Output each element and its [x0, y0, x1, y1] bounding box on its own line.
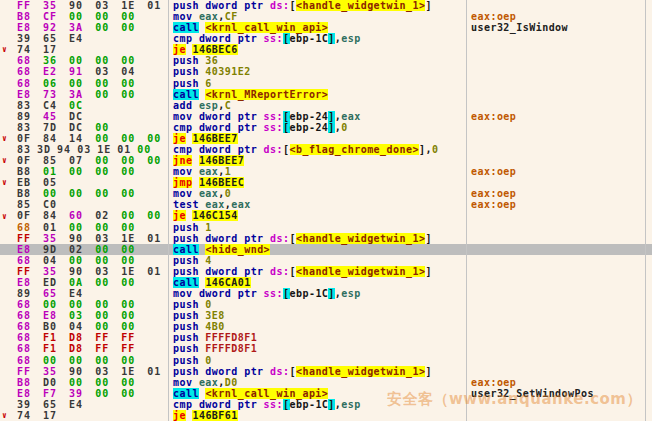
comment-cell: eax:oep [466, 166, 652, 177]
bytes-cell: 68E8030000 [17, 310, 168, 321]
disasm-row[interactable]: ∨EB05jmp 146BEEC [0, 177, 652, 188]
instruction-cell: jne 146BEE7 [168, 155, 466, 166]
disasm-row[interactable]: E8923A0000call <krnl_call_win_api>user32… [0, 22, 652, 33]
bytes-cell: 6836000000 [17, 55, 168, 66]
disasm-row[interactable]: FF3590031E01push dword ptr ds:[<handle_w… [0, 366, 652, 377]
bytes-cell: 83C40C [17, 100, 168, 111]
bytes-cell: 68B0040000 [17, 321, 168, 332]
disasm-row[interactable]: 83C40Cadd esp,C [0, 100, 652, 111]
disassembly-view[interactable]: FF3590031E01push dword ptr ds:[<handle_w… [0, 0, 652, 421]
jump-down-icon: ∨ [0, 177, 17, 188]
disasm-row[interactable]: ∨0F8414000000je 146BEE7 [0, 133, 652, 144]
jump-down-icon: ∨ [0, 44, 17, 55]
jump-down-icon: ∨ [0, 410, 17, 421]
bytes-cell: 6800000000 [17, 355, 168, 366]
jump-down-icon: ∨ [0, 155, 17, 166]
bytes-cell: E8ED0A0000 [17, 277, 168, 288]
disasm-row[interactable]: 68B0040000push 4B0 [0, 321, 652, 332]
instruction-cell: test eax,eax [168, 199, 466, 210]
instruction-cell: call <krnl_MReportError> [168, 89, 466, 100]
instruction-cell: jmp 146BEEC [168, 177, 466, 188]
disasm-row[interactable]: E8ED0A0000call 146CA01 [0, 277, 652, 288]
instruction-cell: je 146BEC6 [168, 44, 466, 55]
instruction-cell: cmp dword ptr ss:[ebp-1C],esp [168, 33, 466, 44]
bytes-disasm-separator[interactable] [168, 0, 169, 421]
disasm-row[interactable]: E8733A0000call <krnl_MReportError> [0, 89, 652, 100]
instruction-cell: push 4 [168, 255, 466, 266]
disasm-row[interactable]: ∨0F8507000000jne 146BEE7 [0, 155, 652, 166]
instruction-cell: push 0 [168, 355, 466, 366]
instruction-cell: push 1 [168, 222, 466, 233]
comment-right-separator[interactable] [645, 0, 646, 421]
instruction-cell: push FFFFD8F1 [168, 332, 466, 343]
instruction-cell: je 146BEE7 [168, 133, 466, 144]
jump-down-icon: ∨ [0, 133, 17, 144]
bytes-cell: EB05 [17, 177, 168, 188]
instruction-cell: cmp dword ptr ds:[<b_flag_chrome_done>],… [168, 144, 466, 155]
bytes-cell: B800000000 [17, 188, 168, 199]
instruction-cell: cmp dword ptr ss:[ebp-24],0 [168, 122, 466, 133]
disasm-row[interactable]: 8945DCmov dword ptr ss:[ebp-24],eaxeax:o… [0, 111, 652, 122]
disasm-row[interactable]: 6800000000push 0 [0, 355, 652, 366]
bytes-cell: FF3590031E01 [17, 0, 168, 11]
disasm-row[interactable]: FF3590031E01push dword ptr ds:[<handle_w… [0, 0, 652, 11]
disasm-row[interactable]: 837DDC00cmp dword ptr ss:[ebp-24],0 [0, 122, 652, 133]
disasm-row[interactable]: 8965E4mov dword ptr ss:[ebp-1C],esp [0, 288, 652, 299]
disasm-row-selected[interactable]: E89D020000call <hide_wnd> [0, 244, 652, 255]
bytes-cell: FF3590031E01 [17, 233, 168, 244]
disasm-row[interactable]: ∨0F8460020000je 146C154 [0, 210, 652, 221]
instruction-cell: push dword ptr ds:[<handle_widgetwin_1>] [168, 0, 466, 11]
bytes-cell: 3965E4 [17, 399, 168, 410]
disasm-row[interactable]: 85C0test eax,eaxeax:oep [0, 199, 652, 210]
instruction-cell: push 0 [168, 299, 466, 310]
bytes-cell: 0F8460020000 [17, 210, 168, 221]
bytes-cell: 837DDC00 [17, 122, 168, 133]
disasm-row[interactable]: 6800000000push 0 [0, 299, 652, 310]
instruction-cell: mov eax,CF [168, 11, 466, 22]
bytes-cell: 8945DC [17, 111, 168, 122]
instruction-cell: mov dword ptr ss:[ebp-24],eax [168, 111, 466, 122]
instruction-cell: push 36 [168, 55, 466, 66]
comment-cell: user32_IsWindow [466, 22, 652, 33]
disasm-row[interactable]: 68E8030000push 3E8 [0, 310, 652, 321]
instruction-cell: call <krnl_call_win_api> [168, 22, 466, 33]
instruction-cell: mov eax,D0 [168, 377, 466, 388]
bytes-cell: E8923A0000 [17, 22, 168, 33]
disasm-row[interactable]: B8D0000000mov eax,D0eax:oep [0, 377, 652, 388]
disasm-row[interactable]: 3965E4cmp dword ptr ss:[ebp-1C],esp [0, 33, 652, 44]
disasm-row[interactable]: 68E2910304push 40391E2 [0, 66, 652, 77]
disasm-row[interactable]: 6801000000push 1 [0, 222, 652, 233]
bytes-cell: 6801000000 [17, 222, 168, 233]
disasm-row[interactable]: 833D94031E0100cmp dword ptr ds:[<b_flag_… [0, 144, 652, 155]
disasm-row[interactable]: ∨7417je 146BF61 [0, 410, 652, 421]
disasm-comment-separator[interactable] [466, 0, 467, 421]
bytes-cell: B801000000 [17, 166, 168, 177]
disasm-row[interactable]: 6806000000push 6 [0, 78, 652, 89]
bytes-cell: 85C0 [17, 199, 168, 210]
bytes-cell: 8965E4 [17, 288, 168, 299]
disasm-row[interactable]: 68F1D8FFFFpush FFFFD8F1 [0, 332, 652, 343]
bytes-cell: 0F8507000000 [17, 155, 168, 166]
disasm-row[interactable]: 6836000000push 36 [0, 55, 652, 66]
instruction-cell: push dword ptr ds:[<handle_widgetwin_1>] [168, 233, 466, 244]
comment-cell: eax:oep [466, 111, 652, 122]
disasm-row[interactable]: FF3590031E01push dword ptr ds:[<handle_w… [0, 266, 652, 277]
disasm-row[interactable]: 6804000000push 4 [0, 255, 652, 266]
instruction-cell: push 6 [168, 78, 466, 89]
disasm-row[interactable]: B8CF000000mov eax,CFeax:oep [0, 11, 652, 22]
disasm-row[interactable]: 68F1D8FFFFpush FFFFD8F1 [0, 343, 652, 354]
bytes-cell: 7417 [17, 44, 168, 55]
bytes-cell: B8D0000000 [17, 377, 168, 388]
disasm-row[interactable]: FF3590031E01push dword ptr ds:[<handle_w… [0, 233, 652, 244]
bytes-cell: FF3590031E01 [17, 266, 168, 277]
disasm-row[interactable]: ∨7417je 146BEC6 [0, 44, 652, 55]
instruction-cell: push dword ptr ds:[<handle_widgetwin_1>] [168, 266, 466, 277]
instruction-cell: call <hide_wnd> [168, 244, 466, 255]
disasm-row[interactable]: B801000000mov eax,1eax:oep [0, 166, 652, 177]
disasm-row[interactable]: B800000000mov eax,0eax:oep [0, 188, 652, 199]
instruction-cell: push 40391E2 [168, 66, 466, 77]
bytes-cell: B8CF000000 [17, 11, 168, 22]
instruction-cell: mov eax,1 [168, 166, 466, 177]
bytes-cell: 833D94031E0100 [17, 144, 168, 155]
instruction-cell: call 146CA01 [168, 277, 466, 288]
